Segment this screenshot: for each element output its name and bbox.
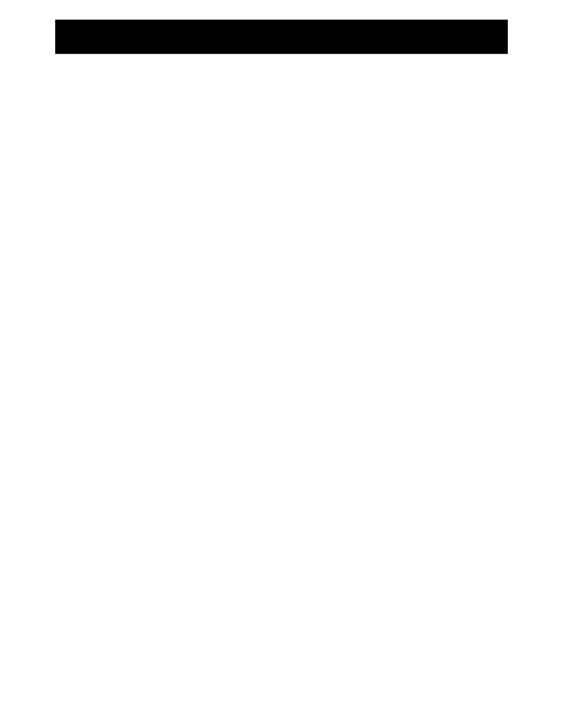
page-header-bar: [55, 20, 508, 54]
